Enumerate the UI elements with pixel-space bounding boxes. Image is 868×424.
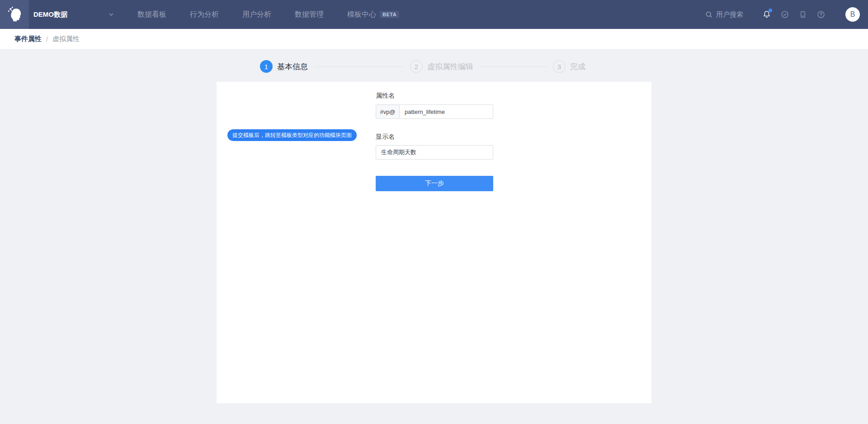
help-button[interactable]: [816, 10, 826, 19]
property-name-group: #vp@: [376, 104, 493, 119]
nav-item-label: 行为分析: [190, 10, 219, 19]
property-name-label: 属性名: [376, 92, 395, 100]
avatar-letter: B: [850, 10, 855, 19]
breadcrumb-current: 虚拟属性: [52, 35, 80, 43]
mobile-app-button[interactable]: [798, 10, 807, 19]
step-1-label: 基本信息: [277, 61, 308, 72]
step-3-label: 完成: [570, 61, 585, 72]
step-3-circle: 3: [553, 60, 566, 73]
main-content: 1 基本信息 2 虚拟属性编辑 3 完成 属性名 #vp@ 提交模板后，跳转至模…: [0, 50, 868, 403]
beta-badge: BETA: [380, 11, 399, 18]
user-search[interactable]: 用户搜索: [705, 10, 743, 19]
search-icon: [705, 10, 713, 19]
navbar-right: 用户搜索: [705, 7, 868, 22]
nav-item-label: 用户分析: [242, 10, 271, 19]
step-1-circle: 1: [260, 60, 273, 73]
nav-item-label: 模板中心: [347, 10, 376, 19]
nav-item-behavior-analysis[interactable]: 行为分析: [190, 10, 219, 19]
nav-item-label: 数据管理: [295, 10, 324, 19]
template-tooltip: 提交模板后，跳转至模板类型对应的功能模块页面: [227, 129, 357, 141]
avatar[interactable]: B: [845, 7, 860, 22]
breadcrumb-parent[interactable]: 事件属性: [14, 35, 42, 43]
nav-item-user-analysis[interactable]: 用户分析: [242, 10, 271, 19]
mobile-device-icon: [798, 10, 807, 19]
step-2-circle: 2: [410, 60, 423, 73]
sensors-logo-icon: [5, 5, 24, 24]
notification-dot: [769, 9, 772, 12]
step-virtual-property-edit: 2 虚拟属性编辑: [410, 60, 473, 73]
breadcrumb-separator: /: [46, 36, 48, 43]
next-step-button[interactable]: 下一步: [376, 176, 493, 191]
step-2-label: 虚拟属性编辑: [427, 61, 473, 72]
step-connector: [314, 66, 404, 67]
top-navbar: DEMO数据 数据看板 行为分析 用户分析 数据管理 模板中心 BETA: [0, 0, 868, 29]
display-name-label: 显示名: [376, 133, 395, 141]
project-switcher[interactable]: DEMO数据: [29, 0, 121, 29]
chevron-down-icon: [108, 11, 115, 18]
nav-item-dashboards[interactable]: 数据看板: [137, 10, 166, 19]
property-name-prefix: #vp@: [376, 105, 400, 118]
breadcrumb: 事件属性 / 虚拟属性: [0, 29, 868, 50]
display-name-input[interactable]: [376, 145, 493, 160]
step-basic-info: 1 基本信息: [260, 60, 308, 73]
notifications-button[interactable]: [762, 10, 771, 19]
search-label: 用户搜索: [716, 10, 743, 19]
app-logo[interactable]: [0, 0, 29, 29]
property-name-input[interactable]: [400, 105, 493, 118]
question-circle-icon: [816, 10, 826, 19]
step-done: 3 完成: [553, 60, 585, 73]
nav-item-data-management[interactable]: 数据管理: [295, 10, 324, 19]
check-circle-icon: [780, 10, 789, 19]
step-connector: [480, 66, 547, 67]
nav-item-template-center[interactable]: 模板中心 BETA: [347, 10, 399, 19]
main-nav: 数据看板 行为分析 用户分析 数据管理 模板中心 BETA: [137, 10, 423, 19]
tasks-button[interactable]: [780, 10, 789, 19]
wizard-stepper: 1 基本信息 2 虚拟属性编辑 3 完成: [260, 50, 608, 73]
project-name: DEMO数据: [33, 10, 108, 19]
form-card: 属性名 #vp@ 提交模板后，跳转至模板类型对应的功能模块页面 显示名 下一步: [217, 82, 651, 403]
nav-item-label: 数据看板: [137, 10, 166, 19]
